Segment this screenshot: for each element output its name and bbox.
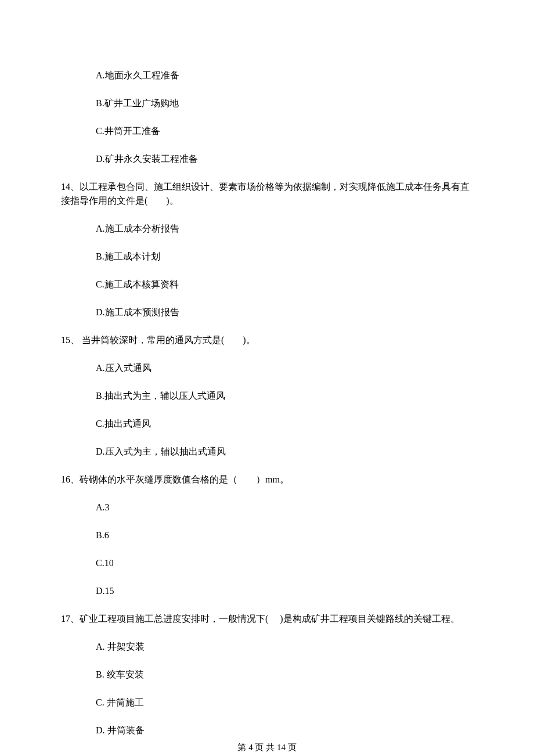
q14-text: 14、以工程承包合同、施工组织设计、要素市场价格等为依据编制，对实现降低施工成本… (61, 180, 473, 208)
q14-option-a: A.施工成本分析报告 (96, 222, 473, 236)
q14-option-b: B.施工成本计划 (96, 250, 473, 264)
q14-option-d: D.施工成本预测报告 (96, 305, 473, 319)
q15-option-c: C.抽出式通风 (96, 417, 473, 431)
q15-text: 15、 当井筒较深时，常用的通风方式是( )。 (61, 333, 473, 347)
q14-option-c: C.施工成本核算资料 (96, 278, 473, 291)
q15-option-b: B.抽出式为主，辅以压人式通风 (96, 389, 473, 403)
q16-option-d: D.15 (96, 584, 473, 598)
q16-option-b: B.6 (96, 528, 473, 542)
q13-option-a: A.地面永久工程准备 (96, 69, 473, 82)
q13-option-c: C.井筒开工准备 (96, 124, 473, 138)
q17-option-a: A. 井架安装 (96, 640, 473, 654)
q15-option-d: D.压入式为主，辅以抽出式通风 (96, 445, 473, 459)
q13-option-b: B.矿井工业广场购地 (96, 96, 473, 110)
q17-text: 17、矿业工程项目施工总进度安排时，一般情况下( )是构成矿井工程项目关键路线的… (61, 612, 473, 626)
document-page: A.地面永久工程准备 B.矿井工业广场购地 C.井筒开工准备 D.矿井永久安装工… (0, 0, 534, 756)
q16-option-a: A.3 (96, 501, 473, 514)
page-footer: 第 4 页 共 14 页 (0, 741, 534, 754)
q17-option-b: B. 绞车安装 (96, 668, 473, 682)
q17-option-d: D. 井筒装备 (96, 723, 473, 737)
q16-option-c: C.10 (96, 556, 473, 570)
q15-option-a: A.压入式通风 (96, 361, 473, 375)
q17-option-c: C. 井筒施工 (96, 696, 473, 710)
q16-text: 16、砖砌体的水平灰缝厚度数值合格的是（ ）mm。 (61, 473, 473, 487)
q13-option-d: D.矿井永久安装工程准备 (96, 152, 473, 166)
